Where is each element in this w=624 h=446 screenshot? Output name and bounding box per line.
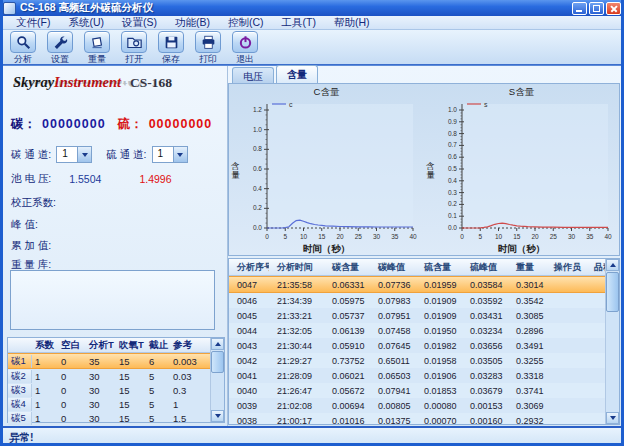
chevron-down-icon[interactable] xyxy=(77,147,91,162)
app-window: CS-168 高频红外碳硫分析仪 文件(F)系统(U)设置(S)功能(B)控制(… xyxy=(0,0,624,446)
table-row[interactable]: 004021:26:470.056720.079410.018530.03679… xyxy=(229,383,605,398)
settings-button[interactable]: 设置 xyxy=(43,31,77,66)
scroll-down-icon[interactable] xyxy=(606,412,619,424)
svg-text:0.2: 0.2 xyxy=(253,204,262,211)
results-col-header[interactable]: 硫含量 xyxy=(416,261,462,274)
cell: 5 xyxy=(146,399,170,410)
menu-item-6[interactable]: 帮助(H) xyxy=(325,16,379,30)
exit-button[interactable]: 退出 xyxy=(228,31,262,66)
menu-item-0[interactable]: 文件(F) xyxy=(7,16,59,30)
menu-item-3[interactable]: 功能(B) xyxy=(166,16,219,30)
table-row[interactable]: 004621:34:390.059750.079830.019090.03592… xyxy=(229,293,605,308)
svg-text:35: 35 xyxy=(391,233,399,240)
scroll-thumb[interactable] xyxy=(606,272,619,312)
results-header-row: 分析序号分析时间碳含量碳峰值硫含量硫峰值重量操作员品种 xyxy=(229,259,605,276)
results-col-header[interactable]: 分析时间 xyxy=(269,261,324,274)
minimize-button[interactable] xyxy=(572,2,587,15)
cell: 1 xyxy=(32,399,58,410)
results-col-header[interactable]: 品种 xyxy=(586,261,605,274)
legend-label: c xyxy=(289,101,293,108)
sulfur-channel-select[interactable]: 1 xyxy=(152,146,188,163)
cell: 5 xyxy=(146,385,170,396)
left-panel: SkyrayInstrumentCS-168 SkyrayInstrumentC… xyxy=(3,66,228,426)
table-row[interactable]: 004121:28:090.060210.065030.019060.03283… xyxy=(229,368,605,383)
sulfur-cell-voltage: 1.4996 xyxy=(139,173,171,185)
svg-text:0.5: 0.5 xyxy=(448,165,457,172)
weight-library-listbox[interactable] xyxy=(10,270,215,330)
cell: 21:35:58 xyxy=(269,280,324,290)
results-col-header[interactable]: 碳含量 xyxy=(324,261,370,274)
analyze-button-label: 分析 xyxy=(6,53,40,66)
results-col-header[interactable]: 操作员 xyxy=(546,261,586,274)
table-row[interactable]: 004421:32:050.061390.074580.019500.03234… xyxy=(229,323,605,338)
params-scrollbar[interactable] xyxy=(210,338,224,422)
cell: 0 xyxy=(58,356,86,367)
table-row[interactable]: 003921:02:080.006940.008050.000800.00153… xyxy=(229,398,605,413)
menu-item-2[interactable]: 设置(S) xyxy=(113,16,166,30)
table-row[interactable]: 碳210301550.03 xyxy=(8,369,210,383)
cell: 0.2932 xyxy=(508,416,546,425)
results-scrollbar[interactable] xyxy=(605,259,619,424)
scroll-up-icon[interactable] xyxy=(606,259,619,271)
title-bar[interactable]: CS-168 高频红外碳硫分析仪 xyxy=(0,0,624,16)
open-folder-icon xyxy=(121,31,147,53)
cell: 0.03656 xyxy=(462,341,508,351)
svg-text:0: 0 xyxy=(460,233,464,240)
sulfur-value: 00000000 xyxy=(149,117,213,131)
cell: 0.03592 xyxy=(462,296,508,306)
maximize-button[interactable] xyxy=(589,2,604,15)
table-row[interactable]: 004721:35:580.063310.077360.019590.03584… xyxy=(229,276,605,293)
chevron-down-icon[interactable] xyxy=(173,147,187,162)
table-row[interactable]: 碳110351560.003 xyxy=(8,353,210,369)
svg-text:0.4: 0.4 xyxy=(448,177,457,184)
measurement-readout: 碳：00000000硫：00000000 xyxy=(11,116,221,133)
save-button[interactable]: 保存 xyxy=(154,31,188,66)
brand-reflection: SkyrayInstrumentCS-168 xyxy=(13,81,173,90)
weight-button[interactable]: 重量 xyxy=(80,31,114,66)
cell: 35 xyxy=(86,356,116,367)
content-tab[interactable]: 含量 xyxy=(276,65,318,83)
results-col-header[interactable]: 分析序号 xyxy=(229,261,269,274)
table-row[interactable]: 碳510301551.5 xyxy=(8,411,210,425)
chart-carbon-content: C含量含量0.00.20.40.60.81.01.205101520253035… xyxy=(229,84,424,255)
results-col-header[interactable]: 重量 xyxy=(508,261,546,274)
svg-text:0.0: 0.0 xyxy=(448,224,457,231)
cell: 0039 xyxy=(229,401,269,411)
scroll-thumb[interactable] xyxy=(211,351,224,373)
voltage-tab[interactable]: 电压 xyxy=(232,67,274,83)
print-button[interactable]: 打印 xyxy=(191,31,225,66)
table-row[interactable]: 004321:30:440.059100.076450.019820.03656… xyxy=(229,338,605,353)
menu-item-5[interactable]: 工具(T) xyxy=(273,16,325,30)
cell: 0 xyxy=(58,371,86,382)
cell: 21:00:17 xyxy=(269,416,324,425)
menu-item-1[interactable]: 系统(U) xyxy=(59,16,113,30)
scroll-up-icon[interactable] xyxy=(211,338,224,350)
svg-text:40: 40 xyxy=(409,233,417,240)
params-col-header: 分析T xyxy=(86,339,116,352)
cell: 0.05975 xyxy=(324,296,370,306)
analyze-button[interactable]: 分析 xyxy=(6,31,40,66)
cell: 0.01909 xyxy=(416,311,462,321)
results-col-header[interactable]: 碳峰值 xyxy=(370,261,416,274)
table-row[interactable]: 004221:29:270.737520.650110.019580.03505… xyxy=(229,353,605,368)
menu-item-4[interactable]: 控制(C) xyxy=(219,16,273,30)
table-row[interactable]: 004521:33:210.057370.079510.019090.03431… xyxy=(229,308,605,323)
carbon-channel-select[interactable]: 1 xyxy=(56,146,92,163)
cell: 0.03283 xyxy=(462,371,508,381)
table-row[interactable]: 碳410301551 xyxy=(8,397,210,411)
cell: 0.07983 xyxy=(370,296,416,306)
results-col-header[interactable]: 硫峰值 xyxy=(462,261,508,274)
cell: 0045 xyxy=(229,311,269,321)
params-col-header: 吹氧T xyxy=(116,339,146,352)
close-button[interactable] xyxy=(606,2,621,15)
cell-voltage-label: 池 电 压: xyxy=(11,172,51,186)
minimize-icon xyxy=(576,10,582,12)
open-button[interactable]: 打开 xyxy=(117,31,151,66)
table-row[interactable]: 碳310301550.3 xyxy=(8,383,210,397)
table-row[interactable]: 003821:00:170.010160.013750.000700.00160… xyxy=(229,413,605,424)
cell: 0.05737 xyxy=(324,311,370,321)
chart-panel: C含量含量0.00.20.40.60.81.01.205101520253035… xyxy=(228,83,620,256)
results-grid: 分析序号分析时间碳含量碳峰值硫含量硫峰值重量操作员品种004721:35:580… xyxy=(229,259,605,424)
maximize-icon xyxy=(593,5,600,12)
scroll-down-icon[interactable] xyxy=(211,410,224,422)
